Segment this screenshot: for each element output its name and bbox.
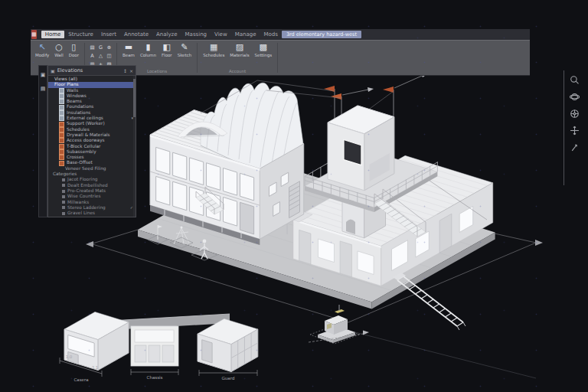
wall-icon: ○ (55, 43, 63, 52)
tab-massing[interactable]: Massing (181, 31, 211, 38)
tab-home[interactable]: Home (41, 31, 65, 38)
mini-tool-button[interactable]: ◫ (105, 51, 113, 60)
tab-insert[interactable]: Insert (97, 31, 120, 38)
settings-button[interactable]: ▩ Settings (253, 41, 275, 57)
beam-icon: ▬ (125, 43, 132, 52)
tab-analyze[interactable]: Analyze (152, 31, 181, 38)
tree-item[interactable]: Views (all) (48, 77, 136, 82)
floor-icon: ◧ (163, 43, 171, 52)
tree-item[interactable]: Wise Countries (48, 194, 136, 199)
schedules-button[interactable]: ▦ Schedules (201, 41, 227, 57)
tree-section[interactable]: Categories (48, 172, 136, 177)
item-icon (62, 206, 65, 209)
tab-mods[interactable]: Mods (260, 31, 281, 38)
tree-item[interactable]: Jacot Flooring (48, 177, 136, 182)
close-icon[interactable]: × (129, 68, 133, 74)
door-button[interactable]: ▯ Door (67, 41, 81, 57)
navigation-bar (564, 70, 583, 185)
browser-tree: Views (all) Floor Plans Walls Windows Be… (48, 76, 136, 217)
dimension-arrow-left (86, 241, 93, 247)
panel-scrollbar[interactable] (133, 76, 136, 217)
modify-button[interactable]: ↖ Modify (33, 41, 51, 57)
module-c-label: Guard (222, 376, 235, 381)
zoom-icon[interactable] (570, 75, 580, 85)
category-icon (59, 88, 64, 93)
mini-tool-button[interactable]: G (96, 43, 105, 51)
sketch-button[interactable]: ✎ Sketch (175, 41, 194, 57)
document-title-chip: 3rd elementary hazard-west (282, 31, 361, 38)
tree-item[interactable]: Foundations (48, 104, 136, 109)
category-icon (59, 99, 64, 104)
tab-structure[interactable]: Structure (64, 31, 97, 38)
tab-annotate[interactable]: Annotate (120, 31, 152, 38)
tree-item[interactable]: Insulations (48, 110, 136, 116)
dimension-tick-label: 2.1 (92, 365, 99, 370)
walkthrough-icon[interactable] (570, 142, 580, 152)
application-window: 1.0 2.1 Casera Chassis Guard ▦ Home Stru… (0, 0, 588, 392)
tree-item[interactable]: Support (Worker) (48, 121, 136, 126)
tower-cabin (328, 106, 394, 191)
mini-tool-button[interactable]: △ (96, 51, 105, 60)
site-machine (309, 305, 369, 344)
item-icon (62, 190, 65, 193)
panel-title: Elevations (57, 67, 83, 74)
mini-tool-button[interactable]: ▤ (88, 43, 96, 51)
flag (331, 93, 341, 100)
tree-item[interactable]: Stereo Laddering✓ (48, 205, 136, 211)
tree-item[interactable]: Pro-Created Mats (48, 188, 136, 194)
ribbon-separator (277, 43, 278, 73)
tab-view[interactable]: View (211, 31, 231, 38)
tree-item[interactable]: Beams (48, 99, 136, 104)
tree-item[interactable]: Access doorways (48, 138, 136, 143)
module-b (131, 326, 178, 366)
schedule-icon: ▦ (210, 43, 217, 52)
app-menu-button[interactable]: ▦ (31, 30, 37, 39)
titlebar: ▦ Home Structure Insert Annotate Analyze… (31, 29, 530, 40)
family-icon (59, 144, 64, 149)
tree-item[interactable]: External ceilings▾ (48, 116, 136, 121)
tree-item[interactable]: Crosses (48, 155, 136, 160)
browser-panel: ▣ Elevations ↕ × Views (all) Floor Plans… (47, 65, 136, 217)
tree-item[interactable]: Millwanks (48, 200, 136, 205)
item-icon (62, 212, 65, 215)
family-icon (59, 149, 64, 155)
category-icon (59, 116, 64, 121)
tree-item[interactable]: Base-Offset (48, 160, 136, 165)
tree-item-selected[interactable]: Floor Plans (48, 82, 136, 87)
tab-manage[interactable]: Manage (231, 31, 260, 38)
category-icon (59, 105, 64, 110)
orbit-icon[interactable] (570, 92, 580, 102)
floor-button[interactable]: ◧ Floor (159, 41, 175, 57)
column-button[interactable]: ▮ Column (138, 41, 158, 57)
pan-icon[interactable] (570, 126, 580, 136)
materials-button[interactable]: ▨ Materials (227, 41, 251, 57)
detail-modules: 1.0 2.1 Casera Chassis Guard (60, 312, 258, 382)
layers-palette-icon[interactable]: ▤ (41, 86, 46, 92)
column-icon: ▮ (145, 43, 150, 52)
browser-panel-header: ▣ Elevations ↕ × (48, 66, 136, 76)
category-icon (59, 93, 64, 99)
panel-icon: ▣ (51, 68, 55, 74)
door-icon: ▯ (71, 43, 76, 52)
tree-item[interactable]: Dealt Embellished (48, 183, 136, 188)
dimension-arrow-right (535, 240, 543, 246)
tree-item[interactable]: T-Block Cellular (48, 144, 136, 149)
wall-button[interactable]: ○ Wall (52, 41, 66, 57)
tree-item[interactable]: Gravel Lines (48, 211, 136, 216)
tree-item[interactable]: Schedules (48, 127, 136, 132)
tree-item[interactable]: Windows (48, 93, 136, 99)
tree-item[interactable]: Drywall & Materials (48, 132, 136, 138)
pin-icon[interactable]: ↕ (123, 68, 127, 74)
item-icon (62, 201, 65, 204)
tree-item[interactable]: Walls (48, 88, 136, 93)
tree-item[interactable]: Veneer Seed Filing (48, 166, 136, 172)
properties-palette-icon[interactable]: ▣ (41, 72, 46, 78)
pencil-icon: ✎ (181, 43, 188, 52)
mini-tool-button[interactable]: A (88, 51, 96, 60)
steering-wheel-icon[interactable] (570, 109, 580, 119)
tree-item[interactable]: Subassembly (48, 149, 136, 155)
mini-tool-button[interactable]: ⊕ (105, 43, 113, 51)
module-c (198, 318, 258, 371)
module-b-label: Chassis (147, 375, 163, 380)
beam-button[interactable]: ▬ Beam (120, 41, 137, 57)
